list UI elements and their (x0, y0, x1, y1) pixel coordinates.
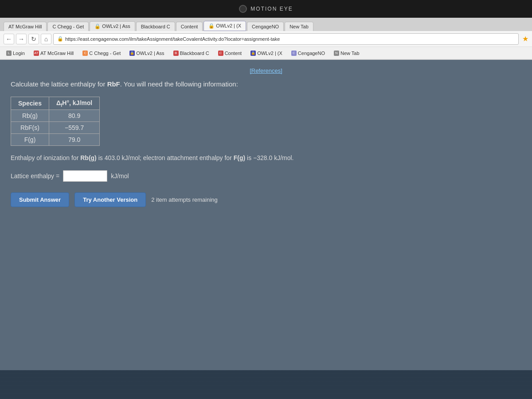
bookmark-chegg-label: C Chegg - Get (89, 51, 121, 56)
electron-text-3: is −328.0 kJ/mol. (245, 154, 293, 161)
home-button[interactable]: ⌂ (41, 34, 51, 44)
bookmark-newtab-label: New Tab (340, 51, 360, 56)
ionization-species: Rb(g) (80, 154, 97, 161)
address-text: https://east.cengagenow.com/ilrn/takeAss… (65, 36, 280, 42)
problem-text-1: Calculate the lattice enthalpy for (11, 80, 107, 88)
lattice-label: Lattice enthalpy = (11, 172, 59, 180)
additional-info: Enthalpy of ionization for Rb(g) is 403.… (11, 153, 521, 163)
bookmark-cengageno-label: CengageNO (298, 51, 325, 56)
bookmark-content[interactable]: C Content (215, 50, 245, 57)
bookmark-login-label: Login (13, 51, 25, 56)
tab-cengageno[interactable]: CengageNO (247, 22, 284, 31)
bookmark-blackboard[interactable]: B Blackboard C (171, 50, 212, 57)
problem-compound: RbF (107, 80, 120, 88)
bookmark-owlv2cx[interactable]: 🔒 OWLv2 | (X (248, 50, 285, 57)
reload-button[interactable]: ↻ (28, 34, 39, 44)
attempts-remaining-text: 2 item attempts remaining (151, 196, 218, 203)
lattice-enthalpy-row: Lattice enthalpy = kJ/mol (11, 170, 521, 182)
bookmark-newtab-favicon: N (334, 51, 339, 56)
screen-container: MOTION EYE AT McGraw Hill C Chegg - Get … (0, 0, 532, 399)
tab-chegg-label: C Chegg - Get (52, 24, 84, 29)
tab-blackboard[interactable]: Blackboard C (136, 22, 175, 31)
bookmark-atm-favicon: AT (34, 51, 39, 56)
tab-owlv2cx-label: 🔒 OWLv2 | (X (208, 23, 241, 28)
tab-atm-label: AT McGraw Hill (8, 24, 42, 29)
table-row-rb: Rb(g) 80.9 (11, 110, 100, 122)
ionization-text-2: is 403.0 kJ/mol; electron attachment ent… (97, 154, 234, 161)
buttons-row: Submit Answer Try Another Version 2 item… (11, 192, 521, 207)
bookmark-login[interactable]: L Login (4, 50, 27, 57)
tab-owlv2cx[interactable]: 🔒 OWLv2 | (X (203, 21, 246, 31)
bookmark-login-favicon: L (6, 51, 12, 56)
address-bar[interactable]: 🔒 https://east.cengagenow.com/ilrn/takeA… (53, 33, 519, 45)
bookmark-owlv2ass[interactable]: 🔒 OWLv2 | Ass (127, 50, 167, 57)
references-link[interactable]: [References] (250, 67, 282, 74)
motion-eye-label: MOTION EYE (250, 6, 293, 12)
bookmark-owlv2ass-favicon: 🔒 (129, 51, 135, 56)
tab-newtab-label: New Tab (289, 24, 309, 29)
table-cell-f-species: F(g) (11, 134, 49, 146)
submit-answer-button[interactable]: Submit Answer (11, 192, 69, 207)
problem-text-2: . You will need the following informatio… (120, 80, 238, 88)
forward-button[interactable]: → (16, 34, 27, 44)
browser-chrome: AT McGraw Hill C Chegg - Get 🔒 OWLv2 | A… (0, 18, 532, 60)
table-header-enthalpy: ΔfH°, kJ/mol (49, 97, 99, 110)
bookmark-star-icon[interactable]: ★ (522, 35, 528, 43)
browser-toolbar: ← → ↻ ⌂ 🔒 https://east.cengagenow.com/il… (0, 31, 532, 47)
bookmarks-bar: L Login AT AT McGraw Hill C C Chegg - Ge… (0, 47, 532, 59)
motion-eye-circle (239, 5, 247, 13)
tab-chegg[interactable]: C Chegg - Get (47, 22, 89, 31)
bookmark-cengageno-favicon: C (291, 51, 297, 56)
bookmark-chegg[interactable]: C C Chegg - Get (80, 50, 123, 57)
electron-species: F(g) (234, 154, 245, 161)
tab-content-label: Content (181, 24, 198, 29)
browser-tabs: AT McGraw Hill C Chegg - Get 🔒 OWLv2 | A… (0, 18, 532, 31)
problem-statement: Calculate the lattice enthalpy for RbF. … (11, 79, 521, 90)
bookmark-atm[interactable]: AT AT McGraw Hill (31, 50, 76, 57)
bookmark-chegg-favicon: C (82, 51, 88, 56)
lock-icon: 🔒 (57, 36, 63, 42)
table-cell-f-enthalpy: 79.0 (49, 134, 99, 146)
bookmark-newtab[interactable]: N New Tab (331, 50, 362, 57)
motion-eye-bar: MOTION EYE (0, 0, 532, 18)
data-table: Species ΔfH°, kJ/mol Rb(g) 80.9 RbF(s) −… (11, 97, 100, 146)
bookmark-atm-label: AT McGraw Hill (40, 51, 74, 56)
bookmark-owlv2cx-label: OWLv2 | (X (257, 51, 282, 56)
try-another-version-button[interactable]: Try Another Version (74, 192, 146, 207)
table-cell-rbf-enthalpy: −559.7 (49, 122, 99, 134)
bookmark-cengageno[interactable]: C CengageNO (289, 50, 328, 57)
tab-owlv2ass[interactable]: 🔒 OWLv2 | Ass (90, 21, 135, 31)
lattice-unit: kJ/mol (111, 172, 129, 180)
tab-cengageno-label: CengageNO (252, 24, 279, 29)
back-button[interactable]: ← (4, 34, 14, 44)
bookmark-blackboard-label: Blackboard C (180, 51, 209, 56)
lattice-enthalpy-input[interactable] (63, 170, 107, 182)
ionization-text-1: Enthalpy of ionization for (11, 154, 80, 161)
tab-content[interactable]: Content (176, 22, 203, 31)
table-row-rbf: RbF(s) −559.7 (11, 122, 100, 134)
table-cell-rb-enthalpy: 80.9 (49, 110, 99, 122)
bookmark-owlv2ass-label: OWLv2 | Ass (136, 51, 164, 56)
table-cell-rbf-species: RbF(s) (11, 122, 49, 134)
tab-blackboard-label: Blackboard C (141, 24, 170, 29)
bookmark-content-label: Content (225, 51, 242, 56)
bookmark-owlv2cx-favicon: 🔒 (250, 51, 256, 56)
table-header-species: Species (11, 97, 49, 110)
bookmark-content-favicon: C (218, 51, 223, 56)
tab-owlv2ass-label: 🔒 OWLv2 | Ass (94, 23, 130, 29)
tab-atm[interactable]: AT McGraw Hill (4, 22, 47, 31)
references-section: [References] (11, 67, 521, 74)
table-cell-rb-species: Rb(g) (11, 110, 49, 122)
page-content: [References] Calculate the lattice entha… (0, 60, 532, 370)
tab-newtab[interactable]: New Tab (285, 22, 313, 31)
bookmark-blackboard-favicon: B (173, 51, 179, 56)
table-row-f: F(g) 79.0 (11, 134, 100, 146)
